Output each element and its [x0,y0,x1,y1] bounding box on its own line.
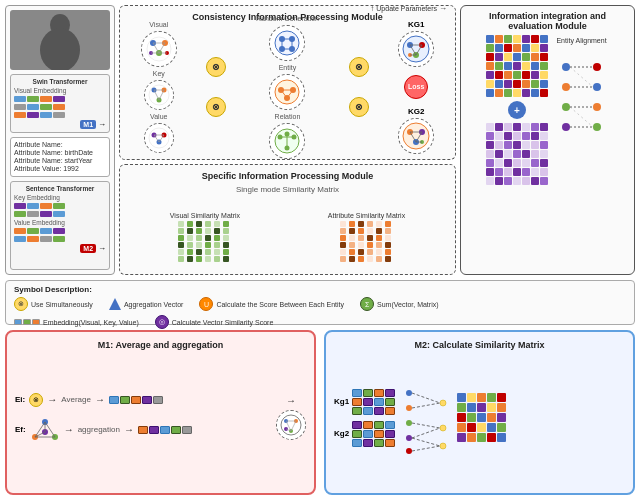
kg1-circle [398,31,434,67]
svg-line-111 [412,403,440,408]
sym-aggregation-vector: Aggregation Vector [109,298,184,310]
kg1-emb-rows [352,389,395,415]
random-gen-label: Random Generation [256,15,319,22]
svg-line-115 [412,446,440,451]
visual-sim-matrix-box: Visual Similarity Matrix [170,212,240,262]
svg-point-69 [562,63,570,71]
svg-point-102 [406,390,412,396]
svg-point-108 [440,425,446,431]
attr-line-4: Attribute Value: 1992 [14,165,106,172]
svg-line-114 [412,438,440,446]
svg-line-20 [159,90,164,100]
kg1-m2-label: Kg1 [334,397,349,406]
symbol-row-2: Embedding(Visual, Key, Value) ◎ Calculat… [14,315,626,329]
key-circle [144,80,174,110]
plus-circle: + [508,101,526,119]
svg-point-72 [562,123,570,131]
svg-point-21 [149,128,169,148]
m1-content: Ei: ⊗ → Average → Ef: [15,356,306,479]
value-embedding-rows [14,228,106,242]
visual-sim-matrix [178,221,231,262]
symbol-section: Symbol Description: ⊗ Use Simultaneously… [5,280,635,325]
value-col-label: Value [150,113,167,120]
svg-point-75 [593,103,601,111]
m1-title: M1: Average and aggregation [15,340,306,350]
visual-circle [141,31,177,67]
integration-content: + [466,35,629,185]
svg-line-10 [153,43,159,53]
m1-ef-row: Ef: → [15,417,268,443]
key-col-label: Key [153,70,165,77]
attr-sim-matrix [340,221,393,262]
ef-emb-block [138,426,192,434]
attr-sim-label: Attribute Similarity Matrix [328,212,405,219]
top-section: Swin Transformer Visual Embedding M1 [5,5,635,275]
specific-module: Specific Information Processing Module S… [119,164,456,275]
m2-kg-left: Kg1 Kg2 [334,389,395,447]
svg-point-74 [593,83,601,91]
entity-label: Entity [279,64,297,71]
visual-sim-label: Visual Similarity Matrix [170,212,240,219]
sym-vector-similarity: ◎ Calculate Vector Similarity Score [155,315,274,329]
specific-inner: Visual Similarity Matrix Attribute Sim [126,198,449,275]
m2-badge-top: M2 → [14,244,106,253]
m1-box: M1: Average and aggregation Ei: ⊗ → Aver… [5,330,316,495]
attr-line-2: Attribute Name: birthDate [14,149,106,156]
info-integration-box: Information integration and evaluation M… [460,5,635,275]
m1-ei-row: Ei: ⊗ → Average → [15,393,268,407]
integration-title: Information integration and evaluation M… [466,11,629,31]
kg2-emb-rows [352,421,395,447]
svg-point-51 [403,36,429,62]
consistency-inner: Visual [126,26,449,147]
loss-container: Loss [404,75,428,99]
svg-line-27 [159,135,164,142]
relation-circle [269,123,305,159]
stacked-matrices: + [486,35,548,185]
svg-marker-83 [109,298,121,310]
operator-cross-2: ⊗ [206,97,226,117]
entity-align-graph [554,47,609,147]
bottom-matrix [486,123,548,185]
visual-emb-label: Visual Embedding [14,87,106,94]
svg-point-76 [593,123,601,131]
kg2-m2-label: Kg2 [334,429,349,438]
update-params: ↑ Update Parameters → [370,4,447,13]
attribute-box: Attribute Name: Attribute Name: birthDat… [10,137,110,177]
sym-sum-vector: Σ Sum(Vector, Matrix) [360,297,438,311]
visual-embedding-rows [14,96,106,118]
symbol-title: Symbol Description: [14,285,626,294]
svg-point-106 [406,448,412,454]
svg-line-112 [412,423,440,428]
svg-line-82 [570,107,593,127]
sym-score-entity: U Calculate the Score Between Each Entit… [199,297,344,311]
sym-embedding: Embedding(Visual, Key, Value) [14,319,139,326]
specific-subtitle: Single mode Similarity Matrix [126,185,449,194]
svg-point-71 [562,103,570,111]
m2-output-matrix [457,393,506,442]
kg2-circle [398,118,434,154]
specific-title: Specific Information Processing Module [126,171,449,181]
middle-panel: Consistency Information Processing Modul… [119,5,456,275]
value-circle [144,123,174,153]
m1-left: Ei: ⊗ → Average → Ef: [15,356,268,479]
svg-point-107 [440,400,446,406]
svg-line-19 [154,90,159,100]
loss-circle: Loss [404,75,428,99]
kg1-label: KG1 [408,20,424,29]
m1-result-circle [276,410,306,440]
svg-point-60 [403,123,429,149]
ef-network [30,417,60,443]
attr-sim-matrix-box: Attribute Similarity Matrix [328,212,405,262]
visual-col-label: Visual [149,21,168,28]
kg2-label: KG2 [408,107,424,116]
attr-line-1: Attribute Name: [14,141,106,148]
key-emb-label: Key Embedding [14,194,106,201]
ei-emb-block [109,396,163,404]
swin-transformer-label: Swin Transformer [14,78,106,85]
sym-use-simultaneously: ⊗ Use Simultaneously [14,297,93,311]
m2-title: M2: Calculate Similarity Matrix [334,340,625,350]
avg-label: Average [61,395,91,404]
svg-line-81 [570,67,593,87]
top-matrix [486,35,548,97]
relation-label: Relation [275,113,301,120]
